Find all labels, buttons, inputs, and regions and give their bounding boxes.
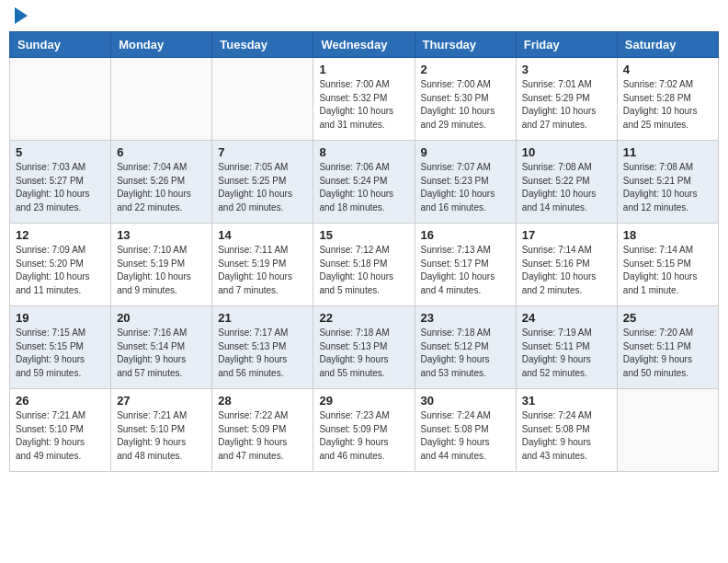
calendar-cell: 24Sunrise: 7:19 AM Sunset: 5:11 PM Dayli… [516, 306, 617, 389]
calendar-cell: 16Sunrise: 7:13 AM Sunset: 5:17 PM Dayli… [415, 224, 516, 306]
column-header-thursday: Thursday [415, 32, 516, 58]
day-info: Sunrise: 7:01 AM Sunset: 5:29 PM Dayligh… [522, 78, 611, 132]
calendar-cell: 13Sunrise: 7:10 AM Sunset: 5:19 PM Dayli… [111, 224, 212, 306]
day-number: 22 [319, 311, 408, 325]
day-number: 16 [421, 228, 510, 242]
day-info: Sunrise: 7:11 AM Sunset: 5:19 PM Dayligh… [218, 244, 307, 297]
day-number: 12 [16, 228, 105, 242]
day-info: Sunrise: 7:18 AM Sunset: 5:13 PM Dayligh… [319, 327, 408, 380]
day-number: 25 [623, 311, 712, 325]
calendar-cell: 25Sunrise: 7:20 AM Sunset: 5:11 PM Dayli… [617, 306, 718, 389]
day-info: Sunrise: 7:04 AM Sunset: 5:26 PM Dayligh… [117, 161, 206, 214]
day-number: 3 [522, 63, 611, 76]
day-number: 19 [16, 311, 105, 325]
day-number: 17 [522, 228, 611, 242]
column-header-sunday: Sunday [10, 32, 111, 58]
calendar-cell: 23Sunrise: 7:18 AM Sunset: 5:12 PM Dayli… [415, 306, 516, 389]
calendar-cell: 30Sunrise: 7:24 AM Sunset: 5:08 PM Dayli… [415, 389, 516, 472]
day-info: Sunrise: 7:08 AM Sunset: 5:21 PM Dayligh… [623, 161, 712, 214]
calendar-cell: 14Sunrise: 7:11 AM Sunset: 5:19 PM Dayli… [212, 224, 313, 306]
calendar-cell: 12Sunrise: 7:09 AM Sunset: 5:20 PM Dayli… [10, 224, 111, 306]
day-info: Sunrise: 7:00 AM Sunset: 5:32 PM Dayligh… [319, 78, 408, 132]
day-number: 23 [421, 311, 510, 325]
calendar-cell: 19Sunrise: 7:15 AM Sunset: 5:15 PM Dayli… [10, 306, 111, 389]
calendar-cell [10, 58, 111, 141]
calendar-cell [212, 58, 313, 141]
day-info: Sunrise: 7:17 AM Sunset: 5:13 PM Dayligh… [218, 327, 307, 380]
day-info: Sunrise: 7:21 AM Sunset: 5:10 PM Dayligh… [117, 409, 206, 463]
day-info: Sunrise: 7:13 AM Sunset: 5:17 PM Dayligh… [421, 244, 510, 297]
calendar-cell: 20Sunrise: 7:16 AM Sunset: 5:14 PM Dayli… [111, 306, 212, 389]
day-number: 20 [117, 311, 206, 325]
calendar-cell: 3Sunrise: 7:01 AM Sunset: 5:29 PM Daylig… [516, 58, 617, 141]
day-info: Sunrise: 7:19 AM Sunset: 5:11 PM Dayligh… [522, 327, 611, 380]
calendar-table: SundayMondayTuesdayWednesdayThursdayFrid… [9, 31, 719, 472]
day-number: 4 [623, 63, 712, 76]
day-info: Sunrise: 7:16 AM Sunset: 5:14 PM Dayligh… [117, 327, 206, 380]
day-number: 11 [623, 145, 712, 159]
calendar-cell: 5Sunrise: 7:03 AM Sunset: 5:27 PM Daylig… [10, 141, 111, 224]
calendar-cell [111, 58, 212, 141]
calendar-cell: 4Sunrise: 7:02 AM Sunset: 5:28 PM Daylig… [617, 58, 718, 141]
page-header [9, 9, 719, 24]
day-info: Sunrise: 7:06 AM Sunset: 5:24 PM Dayligh… [319, 161, 408, 214]
calendar-cell: 8Sunrise: 7:06 AM Sunset: 5:24 PM Daylig… [313, 141, 415, 224]
calendar-cell: 7Sunrise: 7:05 AM Sunset: 5:25 PM Daylig… [212, 141, 313, 224]
column-header-tuesday: Tuesday [212, 32, 313, 58]
day-number: 10 [522, 145, 611, 159]
calendar-cell: 18Sunrise: 7:14 AM Sunset: 5:15 PM Dayli… [617, 224, 718, 306]
calendar-cell: 11Sunrise: 7:08 AM Sunset: 5:21 PM Dayli… [617, 141, 718, 224]
day-info: Sunrise: 7:02 AM Sunset: 5:28 PM Dayligh… [623, 78, 712, 132]
calendar-cell: 9Sunrise: 7:07 AM Sunset: 5:23 PM Daylig… [415, 141, 516, 224]
calendar-cell: 27Sunrise: 7:21 AM Sunset: 5:10 PM Dayli… [111, 389, 212, 472]
day-info: Sunrise: 7:14 AM Sunset: 5:15 PM Dayligh… [623, 244, 712, 297]
column-header-friday: Friday [516, 32, 617, 58]
logo-arrow-icon [15, 7, 28, 24]
day-number: 18 [623, 228, 712, 242]
day-info: Sunrise: 7:10 AM Sunset: 5:19 PM Dayligh… [117, 244, 206, 297]
day-info: Sunrise: 7:03 AM Sunset: 5:27 PM Dayligh… [16, 161, 105, 214]
day-number: 27 [117, 394, 206, 408]
day-info: Sunrise: 7:21 AM Sunset: 5:10 PM Dayligh… [16, 409, 105, 463]
column-header-saturday: Saturday [617, 32, 718, 58]
day-number: 8 [319, 145, 408, 159]
day-info: Sunrise: 7:12 AM Sunset: 5:18 PM Dayligh… [319, 244, 408, 297]
day-number: 1 [319, 63, 408, 76]
logo [13, 9, 28, 24]
day-number: 31 [522, 394, 611, 408]
day-info: Sunrise: 7:23 AM Sunset: 5:09 PM Dayligh… [319, 409, 408, 463]
day-info: Sunrise: 7:00 AM Sunset: 5:30 PM Dayligh… [421, 78, 510, 132]
day-info: Sunrise: 7:18 AM Sunset: 5:12 PM Dayligh… [421, 327, 510, 380]
calendar-cell: 1Sunrise: 7:00 AM Sunset: 5:32 PM Daylig… [313, 58, 415, 141]
day-info: Sunrise: 7:08 AM Sunset: 5:22 PM Dayligh… [522, 161, 611, 214]
calendar-cell: 29Sunrise: 7:23 AM Sunset: 5:09 PM Dayli… [313, 389, 415, 472]
day-info: Sunrise: 7:22 AM Sunset: 5:09 PM Dayligh… [218, 409, 307, 463]
day-info: Sunrise: 7:24 AM Sunset: 5:08 PM Dayligh… [421, 409, 510, 463]
day-info: Sunrise: 7:24 AM Sunset: 5:08 PM Dayligh… [522, 409, 611, 463]
calendar-cell [617, 389, 718, 472]
day-number: 26 [16, 394, 105, 408]
calendar-cell: 17Sunrise: 7:14 AM Sunset: 5:16 PM Dayli… [516, 224, 617, 306]
day-number: 9 [421, 145, 510, 159]
day-number: 28 [218, 394, 307, 408]
day-number: 15 [319, 228, 408, 242]
calendar-cell: 26Sunrise: 7:21 AM Sunset: 5:10 PM Dayli… [10, 389, 111, 472]
day-number: 24 [522, 311, 611, 325]
day-number: 2 [421, 63, 510, 76]
day-info: Sunrise: 7:07 AM Sunset: 5:23 PM Dayligh… [421, 161, 510, 214]
calendar-cell: 22Sunrise: 7:18 AM Sunset: 5:13 PM Dayli… [313, 306, 415, 389]
day-number: 21 [218, 311, 307, 325]
day-info: Sunrise: 7:09 AM Sunset: 5:20 PM Dayligh… [16, 244, 105, 297]
calendar-cell: 2Sunrise: 7:00 AM Sunset: 5:30 PM Daylig… [415, 58, 516, 141]
day-info: Sunrise: 7:05 AM Sunset: 5:25 PM Dayligh… [218, 161, 307, 214]
day-number: 13 [117, 228, 206, 242]
calendar-cell: 28Sunrise: 7:22 AM Sunset: 5:09 PM Dayli… [212, 389, 313, 472]
calendar-cell: 10Sunrise: 7:08 AM Sunset: 5:22 PM Dayli… [516, 141, 617, 224]
day-number: 29 [319, 394, 408, 408]
day-number: 6 [117, 145, 206, 159]
calendar-cell: 15Sunrise: 7:12 AM Sunset: 5:18 PM Dayli… [313, 224, 415, 306]
day-number: 30 [421, 394, 510, 408]
day-info: Sunrise: 7:15 AM Sunset: 5:15 PM Dayligh… [16, 327, 105, 380]
calendar-cell: 21Sunrise: 7:17 AM Sunset: 5:13 PM Dayli… [212, 306, 313, 389]
calendar-cell: 31Sunrise: 7:24 AM Sunset: 5:08 PM Dayli… [516, 389, 617, 472]
